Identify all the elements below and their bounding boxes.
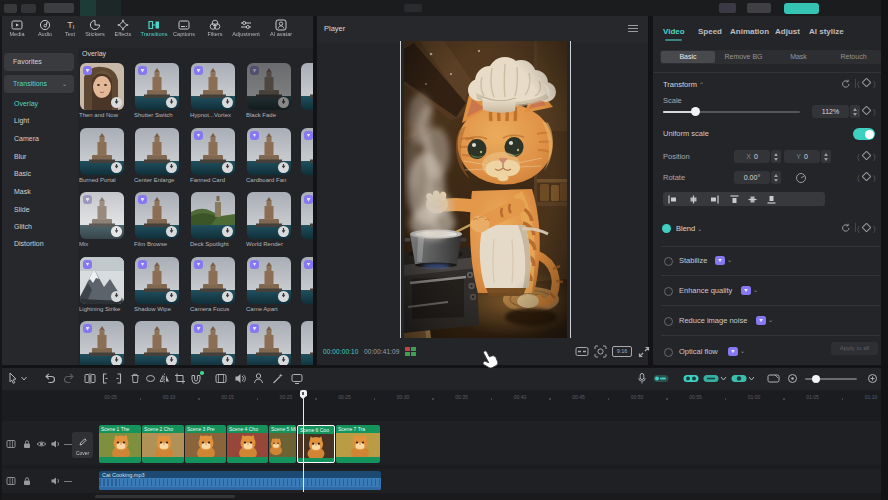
svg-text:I: I xyxy=(73,24,75,30)
